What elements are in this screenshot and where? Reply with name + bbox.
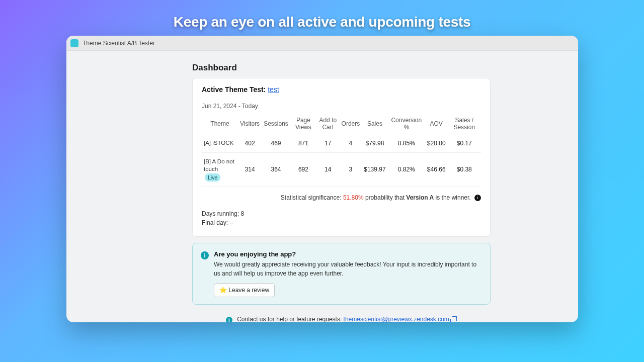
hero-caption: Keep an eye on all active and upcoming t… bbox=[0, 0, 644, 30]
col-theme: Theme bbox=[202, 114, 238, 134]
app-window: Theme Scientist A/B Tester Dashboard Act… bbox=[66, 36, 578, 322]
app-title: Theme Scientist A/B Tester bbox=[83, 40, 155, 47]
col-aov: AOV bbox=[425, 114, 448, 134]
cell-sales: $139.97 bbox=[362, 152, 387, 187]
sig-percent: 51.80% bbox=[343, 194, 364, 201]
info-icon: i bbox=[226, 317, 232, 322]
cell-page_views: 871 bbox=[290, 134, 316, 153]
days-running-value: 8 bbox=[240, 210, 244, 217]
contact-prefix: Contact us for help or feature requests: bbox=[237, 316, 342, 322]
cell-aov: $46.66 bbox=[425, 152, 448, 187]
col-sessions: Sessions bbox=[262, 114, 290, 134]
date-range: Jun 21, 2024 - Today bbox=[202, 103, 481, 110]
days-running-label: Days running: bbox=[202, 210, 239, 217]
col-conversion: Conversion % bbox=[388, 114, 425, 134]
cell-sales_session: $0.17 bbox=[448, 134, 481, 153]
col-visitors: Visitors bbox=[238, 114, 262, 134]
cell-add_to_cart: 14 bbox=[316, 152, 340, 187]
col-sales: Sales bbox=[362, 114, 387, 134]
leave-review-button[interactable]: ⭐ Leave a review bbox=[214, 283, 275, 297]
final-day-value: -- bbox=[229, 219, 233, 226]
feedback-text: We would greatly appreciate receiving yo… bbox=[214, 260, 482, 278]
card-title: Active Theme Test: test bbox=[202, 85, 481, 94]
meta-info: Days running: 8 Final day: -- bbox=[202, 209, 481, 227]
feedback-card: i Are you enjoying the app? We would gre… bbox=[192, 243, 491, 305]
contact-line: i Contact us for help or feature request… bbox=[192, 316, 491, 322]
cell-add_to_cart: 17 bbox=[316, 134, 340, 153]
content-area: Dashboard Active Theme Test: test Jun 21… bbox=[66, 51, 578, 322]
contact-email-link[interactable]: themescientist@previewx.zendesk.com bbox=[344, 316, 449, 322]
sig-winner: Version A bbox=[406, 194, 434, 201]
info-icon: i bbox=[201, 251, 209, 259]
sig-middle: probability that bbox=[365, 194, 405, 201]
cell-aov: $20.00 bbox=[425, 134, 448, 153]
app-icon bbox=[70, 39, 78, 47]
final-day-label: Final day: bbox=[202, 219, 228, 226]
sig-prefix: Statistical significance: bbox=[281, 194, 342, 201]
col-pageviews: Page Views bbox=[290, 114, 316, 134]
active-test-card: Active Theme Test: test Jun 21, 2024 - T… bbox=[192, 78, 491, 237]
info-icon[interactable]: i bbox=[474, 195, 481, 201]
cell-sessions: 469 bbox=[262, 134, 290, 153]
active-test-link[interactable]: test bbox=[268, 85, 279, 94]
cell-sales: $79.98 bbox=[362, 134, 387, 153]
cell-visitors: 402 bbox=[238, 134, 262, 153]
results-table: Theme Visitors Sessions Page Views Add t… bbox=[202, 114, 481, 187]
col-addtocart: Add to Cart bbox=[316, 114, 340, 134]
cell-conversion: 0.85% bbox=[388, 134, 425, 153]
feedback-title: Are you enjoying the app? bbox=[214, 250, 482, 258]
col-orders: Orders bbox=[340, 114, 362, 134]
cell-theme: [A] iSTOCK bbox=[202, 134, 238, 153]
titlebar: Theme Scientist A/B Tester bbox=[66, 36, 578, 51]
live-badge: Live bbox=[205, 173, 220, 182]
cell-sales_session: $0.38 bbox=[448, 152, 481, 187]
cell-conversion: 0.82% bbox=[388, 152, 425, 187]
cell-sessions: 364 bbox=[262, 152, 290, 187]
cell-orders: 4 bbox=[340, 134, 362, 153]
active-test-label: Active Theme Test: bbox=[202, 85, 266, 94]
table-row: [B] A Do not touch Live314364692143$139.… bbox=[202, 152, 481, 187]
table-row: [A] iSTOCK 402469871174$79.980.85%$20.00… bbox=[202, 134, 481, 153]
cell-page_views: 692 bbox=[290, 152, 316, 187]
sig-suffix: is the winner. bbox=[436, 194, 471, 201]
col-salessession: Sales / Session bbox=[448, 114, 481, 134]
cell-orders: 3 bbox=[340, 152, 362, 187]
external-link-icon bbox=[452, 316, 457, 321]
significance-line: Statistical significance: 51.80% probabi… bbox=[202, 194, 481, 201]
cell-theme: [B] A Do not touch Live bbox=[202, 152, 238, 187]
page-title: Dashboard bbox=[192, 63, 578, 73]
cell-visitors: 314 bbox=[238, 152, 262, 187]
